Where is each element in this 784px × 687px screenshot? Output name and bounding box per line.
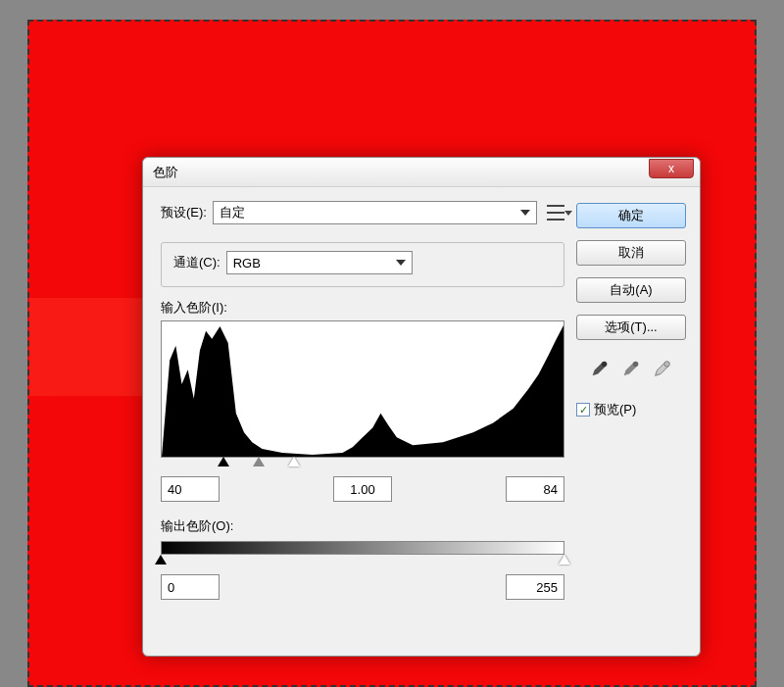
eyedropper-row (576, 358, 686, 379)
input-slider-track[interactable] (161, 457, 564, 470)
eyedropper-black-icon[interactable] (589, 358, 611, 379)
dialog-title: 色阶 (153, 164, 178, 181)
svg-point-1 (633, 362, 639, 368)
input-white-slider[interactable] (288, 457, 300, 466)
preset-menu-icon[interactable] (547, 205, 564, 221)
input-levels-label: 输入色阶(I): (161, 299, 564, 317)
ok-button[interactable]: 确定 (576, 203, 686, 228)
dialog-left-column: 预设(E): 自定 通道(C): RGB 输入色阶(I): (161, 201, 564, 642)
dialog-titlebar[interactable]: 色阶 x (143, 158, 700, 187)
histogram-svg (162, 321, 564, 457)
channel-label: 通道(C): (173, 254, 220, 271)
svg-point-0 (602, 362, 608, 368)
preset-label: 预设(E): (161, 204, 207, 221)
preset-value: 自定 (220, 204, 245, 221)
input-black-field[interactable] (161, 476, 220, 502)
preview-row: ✓ 预览(P) (576, 401, 686, 418)
auto-button[interactable]: 自动(A) (576, 277, 686, 303)
preview-checkbox[interactable]: ✓ (576, 403, 590, 417)
input-value-row (161, 476, 564, 502)
levels-dialog: 色阶 x 预设(E): 自定 通道(C): RGB 输入色阶(I) (142, 157, 701, 657)
input-black-slider[interactable] (218, 457, 229, 466)
eyedropper-gray-icon[interactable] (620, 358, 642, 379)
preview-label: 预览(P) (594, 401, 636, 418)
dialog-body: 预设(E): 自定 通道(C): RGB 输入色阶(I): (143, 187, 700, 656)
channel-dropdown[interactable]: RGB (226, 251, 413, 274)
preset-dropdown[interactable]: 自定 (213, 201, 537, 224)
svg-point-2 (664, 362, 670, 368)
output-value-row (161, 574, 564, 600)
input-gamma-field[interactable] (333, 476, 392, 502)
output-black-field[interactable] (161, 574, 220, 600)
output-white-field[interactable] (506, 574, 564, 600)
output-white-slider[interactable] (559, 555, 570, 564)
chevron-down-icon (520, 210, 530, 216)
eyedropper-white-icon[interactable] (652, 358, 673, 379)
channel-fieldset: 通道(C): RGB (161, 242, 564, 287)
close-button[interactable]: x (649, 159, 694, 178)
chevron-down-icon (396, 260, 406, 266)
output-slider-track[interactable] (161, 555, 564, 568)
output-levels-label: 输出色阶(O): (161, 517, 564, 535)
dialog-right-column: 确定 取消 自动(A) 选项(T)... ✓ 预览(P) (576, 201, 686, 642)
histogram (161, 320, 564, 458)
output-black-slider[interactable] (155, 555, 167, 564)
channel-value: RGB (233, 256, 261, 270)
close-icon: x (668, 162, 674, 175)
input-gamma-slider[interactable] (253, 457, 265, 466)
output-gradient (161, 541, 564, 555)
options-button[interactable]: 选项(T)... (576, 315, 686, 340)
input-white-field[interactable] (506, 476, 564, 502)
preset-row: 预设(E): 自定 (161, 201, 564, 224)
cancel-button[interactable]: 取消 (576, 240, 686, 266)
